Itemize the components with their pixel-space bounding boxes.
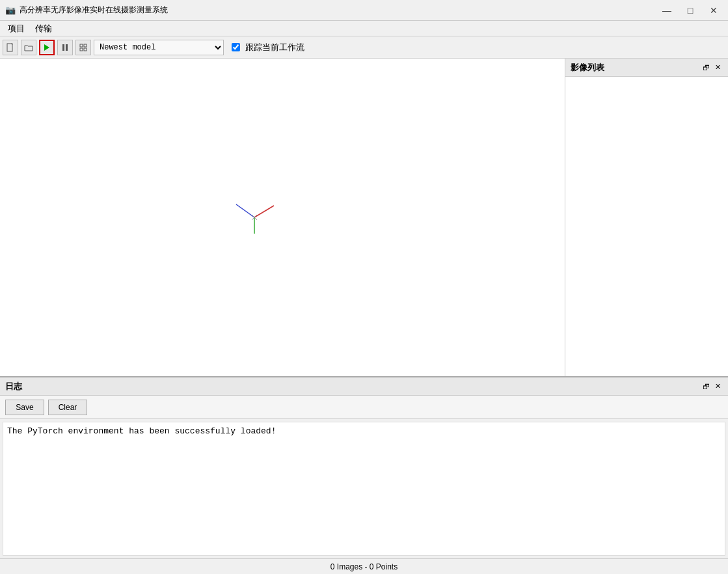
status-bar: 0 Images - 0 Points bbox=[0, 558, 728, 574]
play-button[interactable] bbox=[39, 40, 55, 55]
minimize-button[interactable]: — bbox=[658, 4, 676, 17]
play-icon bbox=[44, 44, 50, 51]
image-list-header: 影像列表 🗗 ✕ bbox=[565, 59, 728, 77]
right-panel: 影像列表 🗗 ✕ bbox=[565, 59, 728, 376]
svg-rect-2 bbox=[62, 44, 64, 51]
menu-transfer[interactable]: 传输 bbox=[30, 21, 57, 36]
pause-icon bbox=[62, 44, 68, 51]
close-button[interactable]: ✕ bbox=[705, 4, 723, 17]
svg-rect-6 bbox=[80, 48, 83, 51]
svg-rect-4 bbox=[80, 44, 83, 47]
log-header: 日志 🗗 ✕ bbox=[0, 377, 728, 396]
image-list-content bbox=[565, 77, 728, 376]
new-icon bbox=[6, 43, 15, 52]
grid-button[interactable] bbox=[75, 40, 91, 55]
grid-icon bbox=[79, 44, 87, 51]
clear-log-button[interactable]: Clear bbox=[48, 400, 87, 415]
3d-viewport[interactable] bbox=[0, 59, 565, 376]
log-restore-button[interactable]: 🗗 bbox=[701, 381, 711, 392]
open-file-button[interactable] bbox=[21, 40, 36, 55]
svg-rect-7 bbox=[84, 48, 87, 51]
window-title: 高分辨率无序影像准实时在线摄影测量系统 bbox=[20, 5, 658, 16]
maximize-button[interactable]: □ bbox=[681, 4, 699, 17]
svg-line-8 bbox=[254, 206, 274, 217]
window-controls: — □ ✕ bbox=[658, 4, 723, 17]
track-workflow-label: 跟踪当前工作流 bbox=[245, 42, 304, 53]
log-text: The PyTorch environment has been success… bbox=[7, 426, 276, 436]
top-section: 影像列表 🗗 ✕ bbox=[0, 59, 728, 376]
image-list-restore-button[interactable]: 🗗 bbox=[701, 62, 711, 73]
log-toolbar: Save Clear bbox=[0, 396, 728, 419]
log-content: The PyTorch environment has been success… bbox=[3, 422, 725, 556]
main-content: 影像列表 🗗 ✕ 日志 🗗 ✕ Save Clear The PyTorch e… bbox=[0, 59, 728, 558]
image-list-close-button[interactable]: ✕ bbox=[712, 62, 723, 73]
image-list-title: 影像列表 bbox=[571, 62, 604, 74]
log-close-button[interactable]: ✕ bbox=[712, 381, 723, 392]
svg-rect-0 bbox=[7, 44, 12, 51]
axes-container bbox=[228, 191, 280, 243]
new-file-button[interactable] bbox=[3, 40, 18, 55]
axes-svg bbox=[228, 191, 280, 243]
toolbar: Newest model 跟踪当前工作流 bbox=[0, 36, 728, 59]
log-section: 日志 🗗 ✕ Save Clear The PyTorch environmen… bbox=[0, 376, 728, 558]
save-log-button[interactable]: Save bbox=[5, 400, 44, 415]
title-bar: 📷 高分辨率无序影像准实时在线摄影测量系统 — □ ✕ bbox=[0, 0, 728, 21]
log-header-buttons: 🗗 ✕ bbox=[701, 381, 723, 392]
status-text: 0 Images - 0 Points bbox=[330, 562, 398, 571]
svg-rect-5 bbox=[84, 44, 87, 47]
model-select[interactable]: Newest model bbox=[94, 40, 224, 55]
svg-line-9 bbox=[236, 204, 254, 217]
log-title: 日志 bbox=[5, 381, 22, 392]
svg-marker-1 bbox=[44, 44, 49, 51]
panel-header-buttons: 🗗 ✕ bbox=[701, 62, 723, 73]
track-workflow-checkbox[interactable] bbox=[232, 43, 240, 51]
pause-button[interactable] bbox=[57, 40, 73, 55]
menu-bar: 项目 传输 bbox=[0, 21, 728, 36]
app-icon: 📷 bbox=[5, 5, 16, 16]
svg-rect-3 bbox=[66, 44, 68, 51]
folder-icon bbox=[24, 44, 33, 51]
menu-project[interactable]: 项目 bbox=[3, 21, 30, 36]
